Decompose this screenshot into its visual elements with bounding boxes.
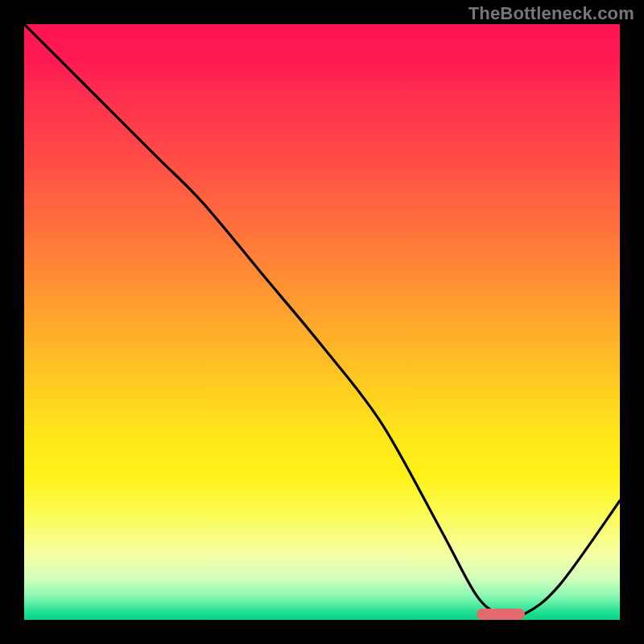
curve-path	[24, 24, 620, 617]
plot-area	[24, 24, 620, 620]
watermark-text: TheBottleneck.com	[469, 3, 634, 24]
chart-frame: TheBottleneck.com	[0, 0, 644, 644]
optimal-marker	[477, 609, 524, 620]
bottleneck-curve	[24, 24, 620, 620]
